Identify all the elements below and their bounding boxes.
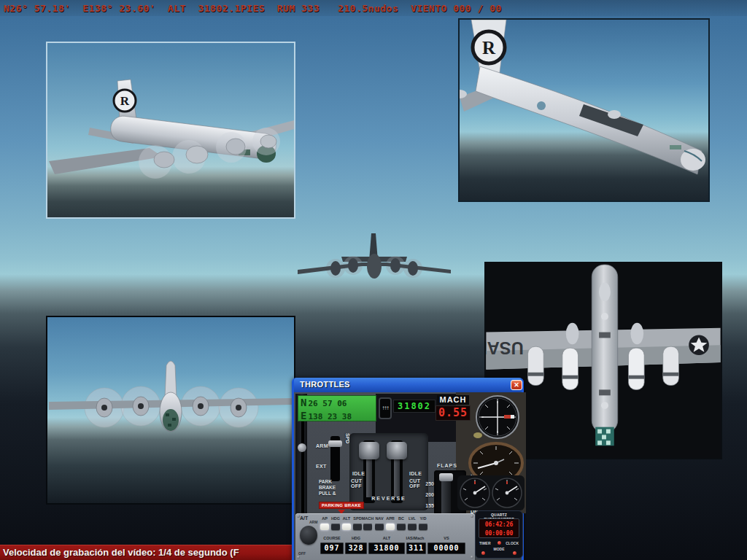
window-title: THROTTLES — [300, 380, 350, 389]
timer-clock-button[interactable] — [498, 541, 501, 545]
parking-brake-handle[interactable]: PARKING BRAKE — [319, 502, 364, 509]
spd-button[interactable] — [353, 524, 362, 530]
flap-speed: 155 — [421, 500, 434, 511]
view-window-top-right[interactable]: R — [458, 18, 710, 202]
ias-mach-display: 311 — [406, 542, 426, 554]
park-brake-placard: PARK BRAKE PULL & — [319, 479, 348, 497]
bc-button[interactable] — [397, 524, 406, 530]
recording-speed-message: Velocidad de grabación del vídeo: 1/4 de… — [3, 547, 239, 558]
gps-lat-value: 26 57 06 — [308, 399, 347, 408]
mach-readout: 0.55 — [436, 405, 471, 421]
alt-label: ALT — [368, 536, 405, 540]
status-bar: Velocidad de grabación del vídeo: 1/4 de… — [0, 545, 294, 560]
idle-left-label: IDLE — [352, 471, 365, 476]
mode-right-button[interactable] — [513, 551, 516, 555]
altitude-readout: 31802 — [393, 400, 436, 413]
mach-label: MACH — [437, 395, 469, 405]
throttle-quadrant: IDLE CUT OFF IDLE CUT OFF REVERSE — [349, 433, 428, 510]
tail-letter: R — [120, 94, 130, 108]
ias-mach-label: IAS/Mach — [403, 536, 427, 540]
spoiler-lever[interactable] — [328, 440, 342, 447]
hdg-display: 328 — [345, 542, 367, 554]
course-display: 097 — [320, 542, 344, 554]
rpm-gauges — [457, 475, 525, 510]
apr-button[interactable] — [386, 524, 395, 530]
chronometer-display: 06:42:26 00:00:00 — [479, 518, 519, 538]
chronometer: QUARTZ CHRONOMETER 06:42:26 00:00:00 TIM… — [475, 510, 523, 559]
aircraft-rear-silhouette — [298, 232, 451, 294]
flap-speed: 250 — [421, 478, 434, 489]
mode-left-button[interactable] — [481, 551, 485, 555]
flap-speed: 200 — [421, 489, 434, 500]
timer-label: TIMER — [479, 541, 491, 545]
chronometer-time: 06:42:26 — [479, 521, 519, 529]
vs-display: 00000 — [427, 542, 465, 554]
wing-usaf-marking: USAF — [486, 338, 524, 357]
yd-button[interactable] — [419, 524, 427, 530]
park-brake-line: BRAKE — [319, 485, 348, 491]
cutoff-left-label: CUT OFF — [351, 478, 367, 489]
autothrottle-knob[interactable] — [300, 526, 317, 545]
close-icon[interactable]: ✕ — [511, 380, 522, 390]
main-view-aircraft — [298, 232, 451, 294]
park-brake-line: PULL & — [319, 491, 348, 497]
alt-display: 31800 — [368, 542, 405, 554]
throttle2-stem — [394, 459, 400, 497]
chronometer-elapsed: 00:00:00 — [479, 529, 519, 538]
spoiler-arm-label: ARM — [316, 443, 328, 448]
view-window-bottom-left[interactable] — [46, 316, 295, 505]
ap-button[interactable] — [320, 524, 329, 530]
side-lever-handle[interactable] — [298, 443, 306, 452]
flap-speed-placard: 250 200 155 — [421, 478, 434, 511]
autopilot-strip: A/T ARM OFF AP HDG ALT SPD MACH NAV APR … — [295, 513, 475, 560]
hdg-button[interactable] — [331, 524, 340, 530]
nav-button[interactable] — [375, 524, 384, 530]
hud-flight-info: N26° 57.18' E138° 23.60' ALT 31802.1PIES… — [4, 3, 502, 14]
mach-button[interactable] — [363, 524, 372, 530]
gps-position-lcd: N26 57 06 E138 23 38 — [298, 395, 376, 421]
throttle2-lever[interactable] — [387, 442, 407, 459]
vs-label: VS — [427, 536, 465, 540]
autothrottle-label: A/T — [300, 516, 308, 521]
aircraft-three-quarter-view: R — [47, 43, 294, 217]
tail-letter: R — [482, 38, 496, 58]
compass-gauge — [472, 394, 523, 441]
gps-lat-prefix: N — [301, 397, 306, 408]
flaps-label: FLAPS — [437, 463, 457, 468]
throttles-titlebar[interactable]: THROTTLES ✕ — [294, 378, 522, 392]
flight-sim-screen: N26° 57.18' E138° 23.60' ALT 31802.1PIES… — [0, 0, 747, 560]
alt-button[interactable] — [342, 524, 351, 530]
flaps-lever[interactable] — [439, 473, 453, 481]
reverse-label: REVERSE — [363, 496, 415, 501]
throttle1-lever[interactable] — [359, 442, 379, 459]
autothrottle-off-label: OFF — [298, 551, 306, 556]
throttles-window[interactable]: THROTTLES ✕ N26 57 06 E138 23 38 ↑↑↑ 318… — [292, 378, 524, 560]
ap-button-label: Y/D — [416, 516, 430, 521]
clock-label: CLOCK — [506, 541, 519, 545]
throttle1-stem — [366, 459, 372, 497]
view-window-top-left[interactable]: R — [46, 42, 295, 219]
gps-lon-prefix: E — [301, 410, 306, 421]
spoiler-ext-label: EXT — [316, 464, 327, 469]
course-label: COURSE — [319, 536, 345, 540]
gps-lon-value: 138 23 38 — [308, 412, 352, 421]
lvl-button[interactable] — [408, 524, 417, 530]
aircraft-front-view — [47, 317, 294, 503]
park-brake-line: PARK — [319, 479, 348, 485]
hud-bar: N26° 57.18' E138° 23.60' ALT 31802.1PIES… — [0, 0, 747, 16]
autothrottle-arm-label: ARM — [309, 520, 317, 524]
throttle-arrows-icon: ↑↑↑ — [379, 397, 392, 419]
idle-right-label: IDLE — [409, 471, 422, 476]
hdg-label: HDG — [345, 536, 367, 540]
aircraft-closeup-view: R — [460, 20, 708, 201]
